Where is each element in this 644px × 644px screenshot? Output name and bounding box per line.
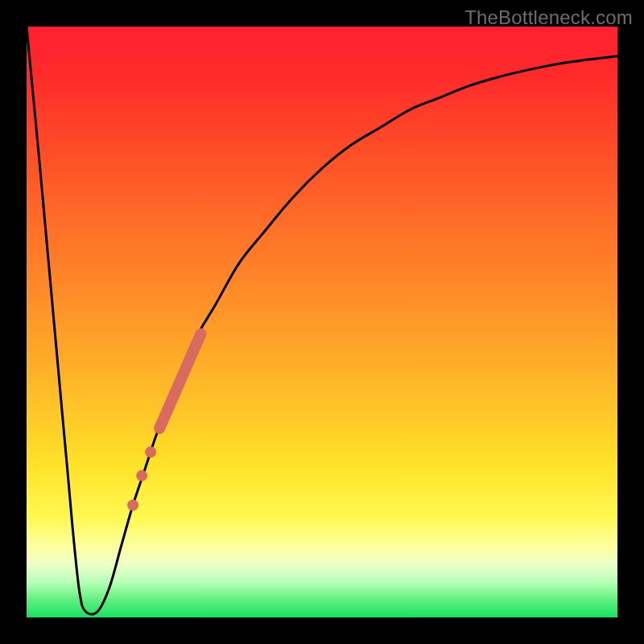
chart-frame: TheBottleneck.com: [0, 0, 644, 644]
highlight-dot-2: [136, 470, 147, 481]
highlight-segment: [159, 334, 200, 428]
plot-area: [27, 27, 617, 617]
chart-svg: [27, 27, 617, 617]
highlight-dot-3: [127, 500, 138, 511]
bottleneck-curve-path: [27, 27, 617, 614]
highlight-dot-1: [145, 446, 156, 457]
watermark-text: TheBottleneck.com: [464, 6, 633, 29]
